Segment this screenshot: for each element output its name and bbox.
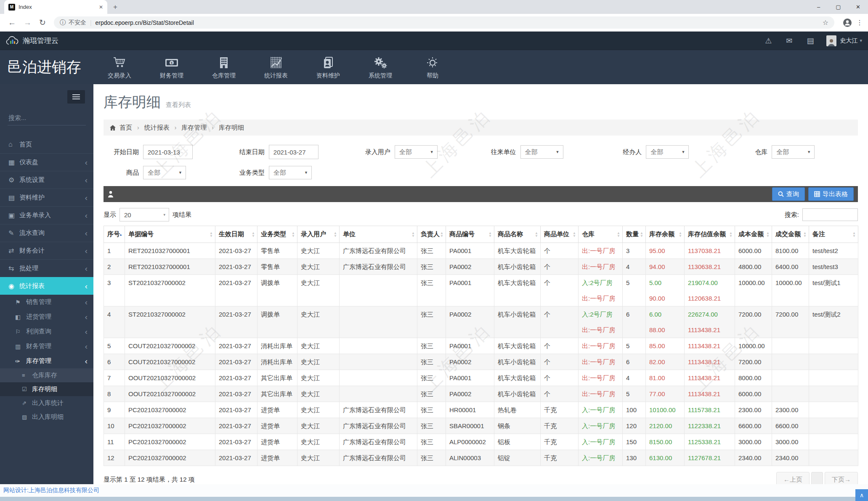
filter-select[interactable]: 全部▼	[269, 166, 312, 179]
back-icon[interactable]: ←	[8, 18, 16, 27]
current-page-indicator[interactable]	[811, 472, 823, 484]
sidebar-item-inout-detail[interactable]: ▨出入库明细	[0, 410, 93, 424]
top-nav-warehouse[interactable]: 仓库管理	[198, 50, 250, 84]
column-header-1[interactable]: 序号▲	[104, 226, 125, 243]
sidebar-item-data-maintenance[interactable]: ▤资料维护‹	[0, 189, 93, 206]
table-cell: 6	[623, 306, 646, 338]
window-minimize-button[interactable]: –	[809, 0, 828, 14]
column-header-3[interactable]: 生效日期▲▼	[215, 226, 257, 243]
table-cell: 7200.00	[735, 306, 772, 338]
breadcrumb-item[interactable]: 首页	[119, 124, 132, 132]
prev-page-button[interactable]: ←上页	[776, 472, 810, 484]
column-header-16[interactable]: 成交金额▲▼	[772, 226, 809, 243]
column-header-12[interactable]: 数量▲▼	[623, 226, 646, 243]
sidebar-item-label: 进货管理	[26, 313, 51, 321]
table-cell: 出:一号厂房	[579, 370, 623, 386]
filter-input[interactable]	[269, 145, 319, 159]
user-avatar[interactable]	[826, 35, 836, 46]
page-size-select[interactable]: 20 ▾	[119, 208, 169, 221]
table-cell: 出:一号厂房	[579, 386, 623, 402]
reports-icon: ◉	[8, 282, 19, 290]
filter-select[interactable]: 全部▼	[143, 166, 186, 179]
column-header-13[interactable]: 库存余额▲▼	[646, 226, 685, 243]
tasks-icon[interactable]: ▤	[807, 36, 814, 45]
top-nav-gears[interactable]: 系统管理	[354, 50, 406, 84]
sidebar-item-accounting[interactable]: ⇄财务会计‹	[0, 242, 93, 259]
window-close-button[interactable]: ✕	[848, 0, 868, 14]
new-tab-button[interactable]: +	[113, 3, 117, 11]
sidebar-item-label: 仪表盘	[19, 158, 38, 166]
sidebar-item-stock-detail[interactable]: ☑库存明细	[0, 382, 93, 396]
table-cell: 千克	[541, 450, 579, 466]
top-nav-help[interactable]: 帮助	[406, 50, 459, 84]
browser-menu-icon[interactable]: ⋮	[856, 19, 863, 27]
table-cell: 4800.00	[735, 259, 772, 275]
sidebar-item-purchase[interactable]: ◧进货管理‹	[0, 309, 93, 324]
column-header-15[interactable]: 成本金额▲▼	[735, 226, 772, 243]
filter-select[interactable]: 全部▼	[395, 145, 438, 159]
top-nav-idcard[interactable]: 资料维护	[302, 50, 354, 84]
sidebar-item-reports[interactable]: ◉统计报表‹	[0, 277, 93, 295]
forward-icon[interactable]: →	[24, 18, 32, 27]
query-button[interactable]: 查询	[772, 187, 805, 201]
warehouse-icon	[218, 55, 230, 70]
sidebar-item-dashboard[interactable]: ▦仪表盘‹	[0, 153, 93, 171]
browser-tab[interactable]: M Index ✕	[4, 0, 107, 14]
chevron-left-icon: ‹	[85, 247, 88, 255]
tab-close-icon[interactable]: ✕	[99, 4, 103, 10]
column-header-6[interactable]: 单位▲▼	[340, 226, 417, 243]
sidebar-item-sales[interactable]: ⚑销售管理‹	[0, 295, 93, 309]
sidebar-search[interactable]	[8, 114, 86, 125]
export-table-button[interactable]: 导出表格	[808, 187, 854, 201]
breadcrumb-item[interactable]: 统计报表	[144, 124, 170, 132]
sidebar-item-warehouse-stock[interactable]: ≡仓库库存	[0, 368, 93, 382]
sidebar-item-finance[interactable]: ▥财务管理‹	[0, 339, 93, 354]
back-to-top-button[interactable]: ∧	[855, 489, 868, 501]
column-header-14[interactable]: 库存估值余额▲▼	[685, 226, 735, 243]
column-header-4[interactable]: 业务类型▲▼	[257, 226, 297, 243]
pagination: ←上页 下页→	[776, 472, 858, 484]
browser-profile-icon[interactable]	[843, 18, 852, 27]
table-cell: 机车大齿轮箱	[494, 370, 541, 386]
alerts-icon[interactable]: ⚠	[765, 36, 772, 45]
column-header-2[interactable]: 单据编号▲▼	[125, 226, 215, 243]
help-icon	[426, 55, 439, 70]
user-name[interactable]: 史大江	[840, 37, 857, 45]
window-maximize-button[interactable]: ▢	[828, 0, 848, 14]
sidebar-item-inout-stats[interactable]: ⇗出入库统计	[0, 396, 93, 410]
column-header-9[interactable]: 商品名称▲▼	[494, 226, 541, 243]
filter-input[interactable]	[143, 145, 193, 159]
sidebar-collapse-icon[interactable]	[67, 90, 85, 104]
filter-select[interactable]: 全部▼	[646, 145, 689, 159]
breadcrumb-item[interactable]: 库存管理	[181, 124, 207, 132]
top-nav-cart[interactable]: 交易录入	[93, 50, 146, 84]
next-page-button[interactable]: 下页→	[825, 472, 858, 484]
sidebar-search-input[interactable]	[8, 114, 93, 122]
filter-label: 仓库	[732, 148, 767, 156]
table-search-input[interactable]	[802, 208, 858, 221]
address-bar[interactable]: ⓘ 不安全 | erpdoc.epoerp.cn/Biz/Stat/StoreD…	[54, 16, 834, 29]
filter-select[interactable]: 全部▼	[520, 145, 563, 159]
top-nav-banknote[interactable]: 1财务管理	[146, 50, 198, 84]
top-nav-chart[interactable]: 统计报表	[250, 50, 302, 84]
column-header-8[interactable]: 商品编号▲▼	[446, 226, 494, 243]
sidebar-item-inventory[interactable]: ✑库存管理‹	[0, 354, 93, 368]
bookmark-star-icon[interactable]: ☆	[823, 19, 828, 27]
reload-icon[interactable]: ↻	[39, 18, 46, 27]
column-header-11[interactable]: 仓库▲▼	[579, 226, 623, 243]
column-header-17[interactable]: 备注▲▼	[809, 226, 858, 243]
sidebar-item-batch[interactable]: ⇆批处理‹	[0, 259, 93, 277]
user-menu-caret-icon[interactable]: ▾	[860, 38, 862, 43]
messages-icon[interactable]: ✉	[786, 36, 792, 45]
info-icon[interactable]: ⓘ	[60, 19, 66, 27]
column-header-5[interactable]: 录入用户▲▼	[297, 226, 340, 243]
column-header-10[interactable]: 商品单位▲▼	[541, 226, 579, 243]
sidebar-item-profit[interactable]: ⚐利润查询‹	[0, 324, 93, 339]
column-header-7[interactable]: 负责人▲▼	[417, 226, 446, 243]
sidebar-item-journal-query[interactable]: ✎流水查询‹	[0, 224, 93, 242]
filter-select[interactable]: 全部▼	[772, 145, 815, 159]
sidebar-item-order-entry[interactable]: ▣业务单录入‹	[0, 206, 93, 224]
sidebar-item-settings[interactable]: ⚙系统设置‹	[0, 171, 93, 189]
table-cell: 8000.00	[735, 370, 772, 386]
sidebar-item-home[interactable]: ⌂首页	[0, 136, 93, 153]
